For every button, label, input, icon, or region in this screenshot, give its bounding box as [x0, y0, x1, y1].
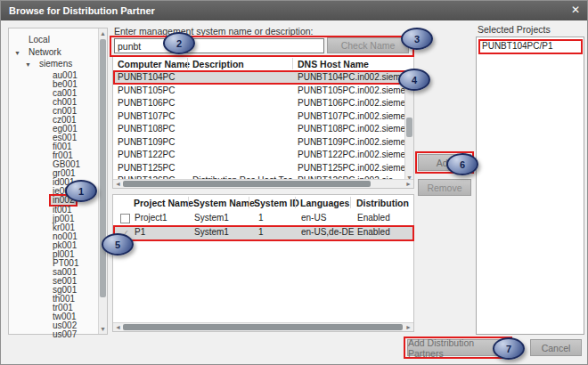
computer-dns: PUNBT104PC.in002.siemens.ne: [298, 71, 404, 84]
computer-row[interactable]: PUNBT107PC PUNBT107PC.in002.siemens.ne: [114, 110, 406, 123]
column-divider: [292, 58, 293, 69]
col-system-id[interactable]: System ID: [254, 198, 299, 208]
scrollbar-thumb[interactable]: [123, 324, 403, 330]
languages: en-US,de-DE: [301, 226, 355, 239]
system-id: 1: [258, 226, 285, 239]
computer-dns: PUNBT125PC.in002.siemens.ne: [298, 162, 404, 174]
col-languages[interactable]: Languages: [300, 198, 349, 208]
computers-horizontal-scrollbar[interactable]: ◄ ►: [113, 179, 413, 188]
column-divider: [188, 197, 189, 208]
tree-node-local[interactable]: Local: [29, 35, 50, 45]
computer-row[interactable]: PUNBT122PC PUNBT122PC.in002.siemens.ne: [114, 149, 406, 161]
computer-name: PUNBT104PC: [118, 71, 189, 84]
computer-row[interactable]: PUNBT109PC PUNBT109PC.in002.siemens.ne: [114, 136, 406, 149]
col-dns-host-name[interactable]: DNS Host Name: [298, 59, 369, 69]
computer-name: PUNBT109PC: [118, 136, 189, 149]
column-divider: [295, 197, 296, 208]
selected-projects-list: PUNBT104PC/P1: [476, 36, 584, 335]
scroll-up-icon[interactable]: ▲: [100, 30, 106, 36]
computer-row[interactable]: PUNBT108PC PUNBT108PC.in002.siemens.ne: [114, 123, 406, 135]
computer-name: PUNBT106PC: [118, 97, 189, 110]
tree-node-network[interactable]: Network: [29, 47, 61, 57]
computer-name: PUNBT125PC: [118, 162, 189, 174]
collapse-arrow-icon[interactable]: ▼: [25, 61, 31, 68]
selected-projects-label: Selected Projects: [478, 24, 551, 35]
distribution: Enabled: [357, 212, 406, 224]
project-name: Project1: [135, 212, 188, 224]
computer-dns: PUNBT105PC.in002.siemens.ne: [298, 85, 404, 97]
callout-2: 2: [163, 32, 195, 54]
callout-5: 5: [102, 233, 134, 256]
col-computer-name[interactable]: Computer Name: [118, 59, 190, 69]
computer-dns: PUNBT109PC.in002.siemens.ne: [298, 136, 404, 149]
computer-row[interactable]: PUNBT105PC PUNBT105PC.in002.siemens.ne: [114, 85, 406, 97]
computer-row[interactable]: PUNBT125PC PUNBT125PC.in002.siemens.ne: [114, 162, 406, 174]
col-distribution[interactable]: Distribution: [356, 198, 409, 208]
scroll-right-icon[interactable]: ►: [405, 324, 412, 330]
callout-7: 7: [493, 337, 525, 360]
check-name-button[interactable]: Check Name: [327, 37, 409, 53]
column-divider: [187, 58, 188, 69]
dialog-title: Browse for Distribution Partner: [1, 5, 155, 16]
project-name: P1: [135, 226, 188, 239]
tree-vertical-scrollbar[interactable]: ▲ ▼: [98, 28, 107, 334]
scrollbar-thumb[interactable]: [123, 181, 371, 187]
selected-project-text: PUNBT104PC/P1: [482, 40, 582, 53]
computer-dns: PUNBT122PC.in002.siemens.ne: [298, 149, 404, 161]
scroll-down-icon[interactable]: ▼: [100, 326, 106, 332]
callout-4: 4: [398, 69, 430, 91]
dialog-browse-distribution-partner: Browse for Distribution Partner ✕ Local …: [0, 0, 588, 365]
project-checkbox[interactable]: [120, 214, 130, 223]
callout-3: 3: [401, 28, 433, 50]
close-icon[interactable]: ✕: [571, 4, 580, 16]
computer-name: PUNBT108PC: [118, 123, 189, 135]
computer-dns: PUNBT106PC.in002.siemens.ne: [298, 97, 404, 110]
management-system-label: Enter management system name or descript…: [114, 26, 314, 36]
network-tree-panel: Local ▼ Network ▼ siemens au001 be001 ca…: [8, 28, 108, 335]
scroll-left-icon[interactable]: ◄: [115, 324, 121, 330]
column-divider: [350, 197, 351, 208]
cancel-button[interactable]: Cancel: [530, 339, 582, 356]
remove-button[interactable]: Remove: [418, 179, 471, 196]
callout-6: 6: [446, 153, 478, 175]
scrollbar-thumb[interactable]: [100, 39, 106, 297]
system-name: System1: [194, 212, 248, 224]
system-name: System1: [194, 226, 248, 239]
project-row[interactable]: Project1 System1 1 en-US Enabled: [114, 212, 413, 225]
computer-dns: PUNBT107PC.in002.siemens.ne: [298, 110, 404, 123]
tree-item[interactable]: us007: [51, 330, 78, 339]
computer-name: PUNBT122PC: [118, 149, 189, 161]
scrollbar-thumb[interactable]: [406, 118, 412, 137]
selected-project-item[interactable]: PUNBT104PC/P1: [478, 40, 582, 53]
scroll-left-icon[interactable]: ◄: [115, 181, 121, 187]
col-system-name[interactable]: System Name: [193, 198, 255, 208]
computers-table: Computer Name Description DNS Host Name …: [112, 55, 414, 189]
computer-row[interactable]: PUNBT106PC PUNBT106PC.in002.siemens.ne: [114, 97, 406, 110]
computer-row-selected[interactable]: PUNBT104PC PUNBT104PC.in002.siemens.ne: [114, 71, 406, 84]
computer-name: PUNBT107PC: [118, 110, 189, 123]
scroll-right-icon[interactable]: ►: [405, 181, 412, 187]
collapse-arrow-icon[interactable]: ▼: [14, 50, 20, 56]
column-divider: [249, 197, 249, 208]
distribution: Enabled: [357, 226, 406, 239]
languages: en-US: [301, 212, 350, 224]
col-project-name[interactable]: Project Name: [134, 198, 193, 208]
tree-node-siemens[interactable]: siemens: [39, 59, 72, 69]
projects-table: Project Name System Name System ID Langu…: [112, 194, 414, 332]
callout-1: 1: [65, 180, 97, 202]
title-bar[interactable]: Browse for Distribution Partner ✕: [1, 1, 587, 20]
system-id: 1: [258, 212, 285, 224]
project-row-selected[interactable]: ✓ P1 System1 1 en-US,de-DE Enabled: [114, 226, 413, 240]
col-description[interactable]: Description: [192, 59, 244, 69]
computer-dns: PUNBT108PC.in002.siemens.ne: [298, 123, 404, 135]
computer-name: PUNBT105PC: [118, 85, 189, 97]
management-system-input[interactable]: [114, 38, 324, 53]
projects-horizontal-scrollbar[interactable]: ◄ ►: [113, 322, 413, 331]
